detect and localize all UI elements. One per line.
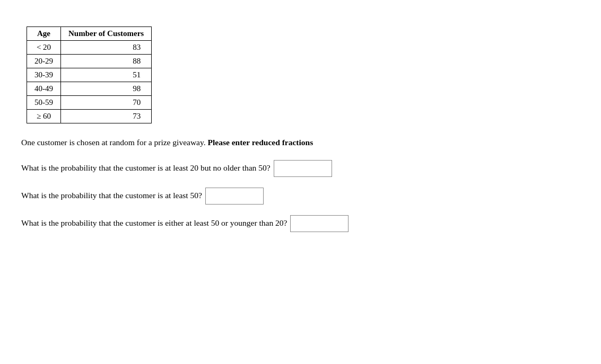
table-cell-age: ≥ 60 — [27, 110, 61, 123]
instruction-normal: One customer is chosen at random for a p… — [21, 138, 208, 147]
question-block-2: What is the probability that the custome… — [21, 188, 580, 205]
table-row: 20-2988 — [27, 55, 152, 68]
age-data-table: Age Number of Customers < 208320-298830-… — [27, 26, 152, 123]
answer-input-2[interactable] — [205, 188, 264, 205]
table-cell-age: < 20 — [27, 41, 61, 55]
table-cell-count: 73 — [61, 110, 152, 123]
instruction-text: One customer is chosen at random for a p… — [21, 136, 580, 149]
table-cell-count: 98 — [61, 82, 152, 96]
table-cell-age: 40-49 — [27, 82, 61, 96]
question-block-1: What is the probability that the custome… — [21, 160, 580, 177]
col-header-age: Age — [27, 27, 61, 41]
table-cell-age: 50-59 — [27, 96, 61, 110]
question-text-2: What is the probability that the custome… — [21, 189, 202, 202]
question-block-3: What is the probability that the custome… — [21, 215, 580, 232]
table-row: < 2083 — [27, 41, 152, 55]
table-row: ≥ 6073 — [27, 110, 152, 123]
answer-input-1[interactable] — [274, 160, 332, 177]
table-cell-age: 20-29 — [27, 55, 61, 68]
table-row: 30-3951 — [27, 68, 152, 82]
answer-input-3[interactable] — [290, 215, 349, 232]
instruction-bold: Please enter reduced fractions — [208, 138, 313, 147]
table-cell-age: 30-39 — [27, 68, 61, 82]
question-text-3: What is the probability that the custome… — [21, 217, 287, 230]
table-cell-count: 51 — [61, 68, 152, 82]
table-cell-count: 83 — [61, 41, 152, 55]
question-text-1: What is the probability that the custome… — [21, 162, 271, 175]
table-cell-count: 88 — [61, 55, 152, 68]
table-cell-count: 70 — [61, 96, 152, 110]
table-row: 50-5970 — [27, 96, 152, 110]
col-header-customers: Number of Customers — [61, 27, 152, 41]
table-row: 40-4998 — [27, 82, 152, 96]
